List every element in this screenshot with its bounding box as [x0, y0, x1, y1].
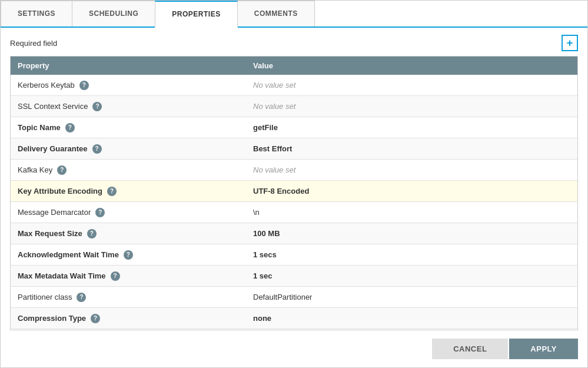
table-body: Kerberos Keytab ? No value set SSL Conte…	[11, 75, 577, 330]
property-name: Delivery Guarantee	[18, 144, 88, 153]
help-icon[interactable]: ?	[87, 229, 97, 238]
property-name: Kerberos Keytab	[18, 81, 75, 89]
tab-properties[interactable]: PROPERTIES	[155, 1, 237, 28]
property-name: Max Request Size	[18, 229, 82, 238]
help-icon[interactable]: ?	[65, 123, 75, 132]
required-field-label: Required field	[10, 39, 57, 48]
table-row: Max Metadata Wait Time ? 1 sec	[11, 266, 577, 287]
table-row: SSL Context Service ? No value set	[11, 96, 577, 117]
required-field-row: Required field +	[10, 28, 578, 56]
property-value: none	[253, 314, 271, 323]
table-row: Kafka Key ? No value set	[11, 160, 577, 181]
property-value: No value set	[253, 102, 295, 111]
help-icon[interactable]: ?	[111, 271, 120, 281]
property-value: UTF-8 Encoded	[253, 187, 309, 195]
header-value: Value	[246, 57, 577, 75]
property-name: Max Metadata Wait Time	[18, 271, 106, 280]
property-value: 100 MB	[253, 229, 280, 238]
content-area: Required field + Property Value Kerberos…	[1, 28, 587, 330]
dialog: SETTINGS SCHEDULING PROPERTIES COMMENTS …	[0, 0, 588, 368]
properties-table: Property Value Kerberos Keytab ? No valu…	[10, 56, 578, 330]
table-row: Topic Name ? getFile	[11, 117, 577, 138]
help-icon[interactable]: ?	[91, 314, 100, 323]
property-value: DefaultPartitioner	[253, 293, 312, 301]
table-row: Acknowledgment Wait Time ? 1 secs	[11, 244, 577, 266]
help-icon[interactable]: ?	[77, 293, 86, 302]
property-value: 1 sec	[253, 271, 273, 280]
property-value: getFile	[253, 123, 278, 132]
table-row: batch.size ? 16384 🗑	[11, 329, 577, 330]
table-row: Message Demarcator ? \n	[11, 202, 577, 223]
add-property-button[interactable]: +	[562, 35, 578, 51]
table-header: Property Value	[11, 57, 577, 75]
property-value: \n	[253, 208, 260, 217]
property-value: Best Effort	[253, 144, 292, 153]
apply-button[interactable]: APPLY	[509, 339, 578, 359]
property-name: Compression Type	[18, 314, 86, 323]
property-name: Topic Name	[18, 123, 61, 132]
property-value: No value set	[253, 81, 295, 89]
help-icon[interactable]: ?	[79, 81, 89, 90]
tab-scheduling[interactable]: SCHEDULING	[72, 1, 155, 26]
table-row: Key Attribute Encoding ? UTF-8 Encoded	[11, 181, 577, 202]
cancel-button[interactable]: CANCEL	[432, 339, 508, 359]
footer: CANCEL APPLY	[1, 330, 587, 367]
table-row: Kerberos Keytab ? No value set	[11, 75, 577, 96]
property-value: No value set	[253, 165, 295, 174]
property-name: Message Demarcator	[18, 208, 91, 217]
property-name: Partitioner class	[18, 293, 72, 301]
help-icon[interactable]: ?	[95, 208, 105, 217]
help-icon[interactable]: ?	[92, 102, 102, 111]
help-icon[interactable]: ?	[92, 144, 102, 154]
help-icon[interactable]: ?	[57, 165, 67, 175]
property-name: SSL Context Service	[18, 102, 88, 111]
table-row: Partitioner class ? DefaultPartitioner	[11, 287, 577, 308]
property-name: Acknowledgment Wait Time	[18, 250, 119, 259]
help-icon[interactable]: ?	[124, 250, 133, 260]
header-property: Property	[11, 57, 246, 75]
property-value: 1 secs	[253, 250, 277, 259]
tab-bar: SETTINGS SCHEDULING PROPERTIES COMMENTS	[1, 1, 587, 28]
table-row: Max Request Size ? 100 MB	[11, 223, 577, 244]
property-name: Kafka Key	[18, 165, 52, 174]
help-icon[interactable]: ?	[107, 187, 117, 196]
table-row: Compression Type ? none	[11, 308, 577, 329]
property-name: Key Attribute Encoding	[18, 187, 102, 195]
tab-settings[interactable]: SETTINGS	[1, 1, 72, 26]
tab-comments[interactable]: COMMENTS	[237, 1, 315, 26]
table-row: Delivery Guarantee ? Best Effort	[11, 138, 577, 160]
